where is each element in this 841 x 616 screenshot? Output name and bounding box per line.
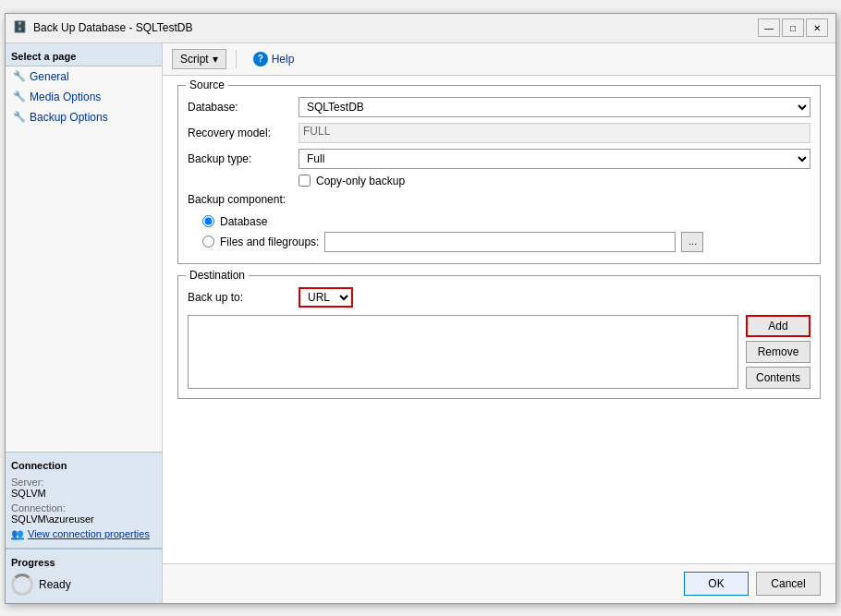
database-radio[interactable]	[202, 215, 214, 227]
bottom-bar: OK Cancel	[163, 563, 835, 603]
title-bar: 🗄️ Back Up Database - SQLTestDB — □ ✕	[6, 14, 835, 43]
remove-button[interactable]: Remove	[746, 341, 811, 363]
recovery-model-row: Recovery model: FULL	[188, 123, 811, 143]
files-browse-button[interactable]: …	[681, 232, 703, 252]
wrench-icon-backup: 🔧	[13, 111, 26, 123]
close-button[interactable]: ✕	[806, 18, 828, 37]
destination-group-content: Back up to: DiskURLTape Add Remove C	[178, 276, 820, 398]
back-up-to-label: Back up to:	[188, 291, 299, 304]
files-text-input[interactable]	[324, 232, 676, 252]
recovery-model-label: Recovery model:	[188, 127, 299, 139]
backup-type-label: Backup type:	[188, 152, 299, 165]
sidebar-item-general-label: General	[30, 70, 69, 83]
help-icon: ?	[253, 52, 268, 66]
sidebar-connection-section: Connection Server: SQLVM Connection: SQL…	[6, 452, 162, 549]
contents-button[interactable]: Contents	[746, 367, 811, 389]
database-label: Database:	[188, 101, 299, 114]
sidebar-item-general[interactable]: 🔧 General	[6, 66, 162, 87]
recovery-model-value: FULL	[299, 123, 811, 143]
view-connection-label: View connection properties	[28, 528, 150, 539]
sidebar-item-backup-options[interactable]: 🔧 Backup Options	[6, 107, 162, 127]
source-group-title: Source	[186, 79, 228, 91]
content-area: Script ▾ ? Help Source Database	[163, 43, 835, 603]
copy-only-row: Copy-only backup	[299, 175, 811, 187]
database-radio-label: Database	[220, 215, 267, 228]
window-icon: 🗄️	[13, 20, 28, 35]
destination-buttons: Add Remove Contents	[746, 315, 811, 389]
server-value: SQLVM	[11, 488, 156, 499]
main-window: 🗄️ Back Up Database - SQLTestDB — □ ✕ Se…	[5, 13, 836, 604]
back-up-to-select-wrapper: DiskURLTape	[299, 287, 811, 308]
connection-link-icon: 👥	[11, 528, 24, 540]
title-bar-controls: — □ ✕	[758, 18, 828, 37]
progress-spinner	[11, 574, 33, 596]
backup-type-select-wrapper: FullDifferentialTransaction Log	[299, 149, 811, 169]
recovery-model-value-wrapper: FULL	[299, 123, 811, 143]
server-label: Server:	[11, 477, 156, 488]
copy-only-checkbox[interactable]	[299, 175, 311, 187]
script-button[interactable]: Script ▾	[172, 49, 226, 69]
select-page-label: Select a page	[6, 43, 162, 66]
database-radio-row: Database	[202, 215, 811, 228]
cancel-button[interactable]: Cancel	[756, 572, 821, 596]
source-group: Source Database: SQLTestDB Recovery mode…	[177, 85, 821, 264]
connection-value: SQLVM\azureuser	[11, 513, 156, 525]
script-label: Script	[180, 53, 209, 66]
files-radio[interactable]	[202, 236, 214, 248]
view-connection-link[interactable]: 👥 View connection properties	[11, 528, 156, 540]
files-radio-row: Files and filegroups: …	[202, 232, 811, 252]
back-up-to-row: Back up to: DiskURLTape	[188, 287, 811, 308]
sidebar: Select a page 🔧 General 🔧 Media Options …	[6, 43, 163, 603]
backup-component-row: Backup component:	[188, 193, 811, 210]
wrench-icon-media: 🔧	[13, 91, 26, 103]
minimize-button[interactable]: —	[758, 18, 780, 37]
connection-title: Connection	[11, 460, 156, 471]
ok-button[interactable]: OK	[684, 572, 749, 596]
backup-type-select[interactable]: FullDifferentialTransaction Log	[299, 149, 811, 169]
sidebar-item-backup-label: Backup Options	[30, 111, 108, 124]
toolbar: Script ▾ ? Help	[163, 43, 835, 76]
connection-label2: Connection:	[11, 502, 156, 513]
backup-component-options: Database Files and filegroups: …	[202, 215, 811, 252]
backup-type-row: Backup type: FullDifferentialTransaction…	[188, 149, 811, 169]
window-title: Back Up Database - SQLTestDB	[33, 21, 193, 34]
sidebar-progress-section: Progress Ready	[6, 549, 162, 603]
toolbar-divider	[236, 50, 237, 68]
progress-title: Progress	[11, 557, 156, 568]
main-layout: Select a page 🔧 General 🔧 Media Options …	[6, 43, 835, 603]
database-select[interactable]: SQLTestDB	[299, 97, 811, 117]
progress-status: Ready	[39, 578, 71, 591]
database-row: Database: SQLTestDB	[188, 97, 811, 117]
wrench-icon-general: 🔧	[13, 70, 26, 82]
progress-content: Ready	[11, 574, 156, 596]
files-radio-label: Files and filegroups:	[220, 236, 319, 248]
sidebar-item-media-options[interactable]: 🔧 Media Options	[6, 87, 162, 107]
add-button[interactable]: Add	[746, 315, 811, 337]
script-dropdown-arrow: ▾	[213, 53, 218, 66]
destination-group: Destination Back up to: DiskURLTape	[177, 275, 821, 399]
form-area: Source Database: SQLTestDB Recovery mode…	[163, 76, 835, 563]
destination-list-area: Add Remove Contents	[188, 315, 811, 389]
help-label: Help	[272, 53, 295, 66]
maximize-button[interactable]: □	[782, 18, 804, 37]
title-bar-left: 🗄️ Back Up Database - SQLTestDB	[13, 20, 193, 35]
back-up-to-select[interactable]: DiskURLTape	[299, 287, 353, 308]
destination-listbox[interactable]	[188, 315, 738, 389]
files-radio-input-wrapper: Files and filegroups: …	[220, 232, 703, 252]
destination-group-title: Destination	[186, 269, 249, 282]
sidebar-item-media-label: Media Options	[30, 91, 101, 103]
backup-component-label: Backup component:	[188, 193, 299, 206]
source-group-content: Database: SQLTestDB Recovery model: FULL	[178, 86, 820, 263]
database-select-wrapper: SQLTestDB	[299, 97, 811, 117]
help-button[interactable]: ? Help	[246, 49, 302, 69]
sidebar-spacer	[6, 127, 162, 452]
copy-only-label: Copy-only backup	[316, 175, 405, 187]
